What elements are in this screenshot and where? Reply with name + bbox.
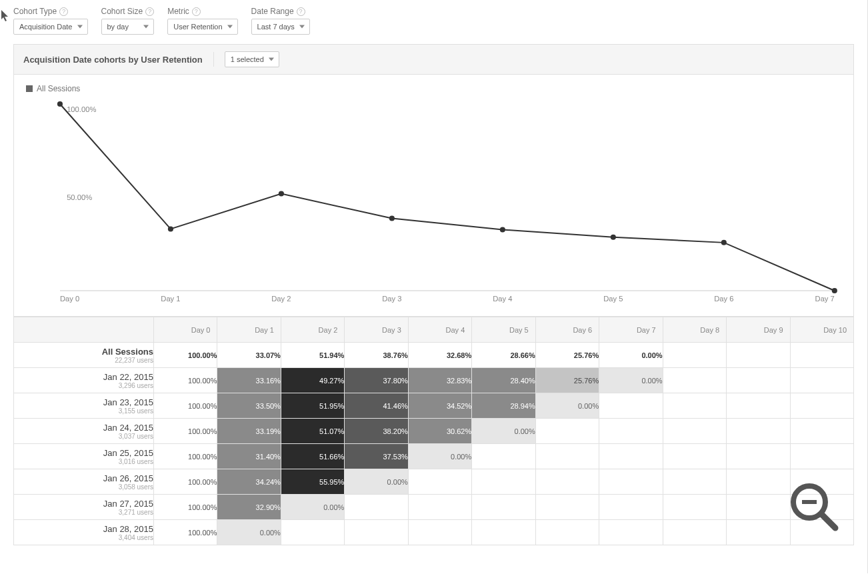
divider [213,52,214,67]
summary-cell: 25.76% [535,343,599,368]
data-cell [408,469,471,495]
summary-cell: 0.00% [599,343,663,368]
data-cell [727,419,790,444]
data-cell [663,368,726,393]
series-selector-dropdown[interactable]: 1 selected [225,51,279,67]
legend-swatch-icon [26,85,33,92]
data-cell [599,495,663,520]
svg-text:Day 6: Day 6 [714,295,733,303]
legend-label: All Sessions [37,84,80,93]
zoom-out-icon [787,480,841,533]
svg-point-16 [611,235,616,240]
chart-header: Acquisition Date cohorts by User Retenti… [14,45,853,75]
data-cell: 0.00% [599,368,663,393]
column-header: Day 2 [281,317,344,343]
data-cell [599,520,663,545]
data-cell [408,520,471,545]
data-cell: 32.90% [217,495,281,520]
data-cell: 51.95% [281,393,344,419]
summary-cell: 33.07% [217,343,281,368]
data-cell [535,419,599,444]
data-cell [472,469,535,495]
svg-point-14 [389,215,395,221]
table-row: Jan 25, 20153,016 users100.00%31.40%51.6… [14,444,854,469]
table-row: Jan 27, 20153,271 users100.00%32.90%0.00… [14,495,854,520]
date-range-block: Date Range ? Last 7 days [251,7,310,35]
data-cell [727,368,790,393]
data-cell [663,419,726,444]
data-cell: 41.46% [345,393,408,419]
chart-legend: All Sessions [26,84,841,93]
summary-cell [663,343,726,368]
zoom-out-button[interactable] [787,480,841,533]
chart-body: All Sessions 100.00%50.00%Day 0Day 1Day … [14,75,853,316]
data-cell: 31.40% [217,444,281,469]
svg-point-11 [57,101,63,107]
data-cell: 0.00% [535,393,599,419]
column-header: Day 1 [217,317,281,343]
table-corner [14,317,154,343]
svg-text:Day 2: Day 2 [271,295,291,303]
data-cell: 30.62% [408,419,471,444]
row-label: Jan 25, 20153,016 users [14,444,154,469]
help-icon[interactable]: ? [59,7,68,16]
column-header: Day 10 [790,317,853,343]
data-cell: 37.80% [345,368,408,393]
cohort-size-label-text: Cohort Size [101,7,143,16]
date-range-label-text: Date Range [251,7,294,16]
help-icon[interactable]: ? [192,7,201,16]
data-cell: 33.19% [217,419,281,444]
help-icon[interactable]: ? [145,7,154,16]
data-cell: 33.50% [217,393,281,419]
table-row: Jan 24, 20153,037 users100.00%33.19%51.0… [14,419,854,444]
svg-text:Day 0: Day 0 [60,295,79,303]
table-row: Jan 28, 20153,404 users100.00%0.00% [14,520,854,545]
metric-label-text: Metric [167,7,189,16]
data-cell [727,520,790,545]
data-cell [663,393,726,419]
column-header: Day 9 [727,317,790,343]
data-cell: 100.00% [154,393,217,419]
data-cell [790,393,853,419]
data-cell: 34.24% [217,469,281,495]
cohort-type-dropdown[interactable]: Acquisition Date [13,19,88,35]
svg-text:50.00%: 50.00% [67,193,92,201]
metric-dropdown[interactable]: User Retention [167,19,237,35]
data-cell: 55.95% [281,469,344,495]
cohort-size-label: Cohort Size ? [101,7,155,16]
row-label: Jan 24, 20153,037 users [14,419,154,444]
help-icon[interactable]: ? [297,7,305,16]
cohort-type-label-text: Cohort Type [13,7,57,16]
svg-line-21 [821,514,835,528]
data-cell [535,469,599,495]
column-header: Day 7 [599,317,663,343]
svg-text:100.00%: 100.00% [67,105,96,113]
date-range-label: Date Range ? [251,7,310,16]
cohort-type-label: Cohort Type ? [13,7,88,16]
svg-point-13 [279,191,284,197]
data-cell [472,495,535,520]
data-cell [727,444,790,469]
table-row: Jan 23, 20153,155 users100.00%33.50%51.9… [14,393,854,419]
data-cell: 51.07% [281,419,344,444]
data-cell: 0.00% [408,444,471,469]
table-row: Jan 26, 20153,058 users100.00%34.24%55.9… [14,469,854,495]
data-cell [790,444,853,469]
data-cell: 25.76% [535,368,599,393]
data-cell [790,368,853,393]
data-cell: 33.16% [217,368,281,393]
data-cell: 49.27% [281,368,344,393]
column-header: Day 6 [535,317,599,343]
summary-cell: 38.76% [345,343,408,368]
cohort-size-dropdown[interactable]: by day [101,19,155,35]
date-range-dropdown[interactable]: Last 7 days [251,19,310,35]
summary-cell: 28.66% [472,343,535,368]
svg-text:Day 7: Day 7 [815,295,835,303]
data-cell [599,469,663,495]
row-label: Jan 22, 20153,296 users [14,368,154,393]
column-header: Day 4 [408,317,471,343]
data-cell: 0.00% [281,495,344,520]
table-row: Jan 22, 20153,296 users100.00%33.16%49.2… [14,368,854,393]
data-cell: 38.20% [345,419,408,444]
data-cell [599,393,663,419]
